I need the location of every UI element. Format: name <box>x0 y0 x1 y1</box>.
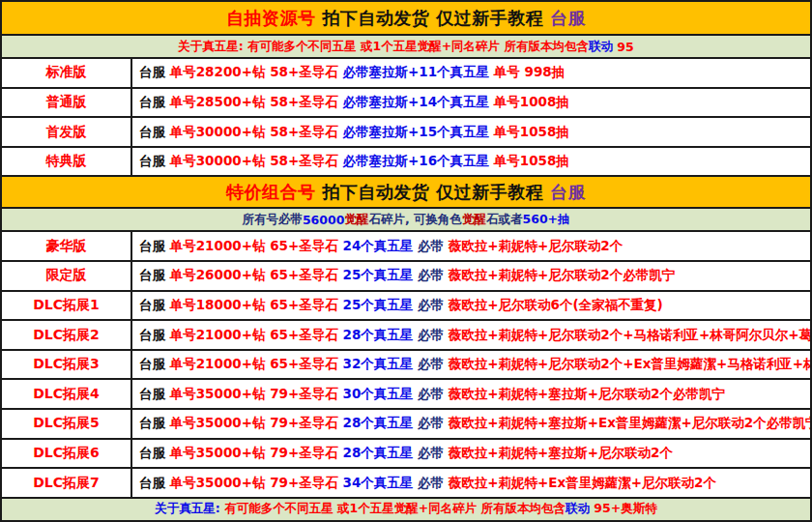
text-segment: 必带 <box>418 445 449 460</box>
text-segment: 薇欧拉+莉妮特+尼尔联动2个 <box>449 238 624 253</box>
table-row: DLC拓展6台服 单号35000+钻 79+圣导石 28个真五星 必带 薇欧拉+… <box>2 438 810 468</box>
text-segment: 必带 <box>418 327 449 342</box>
text-segment: 台服 <box>550 181 586 204</box>
text-segment: 台服 <box>139 475 170 490</box>
section2-header: 特价组合号 拍下自动发货 仅过新手教程 台服 <box>2 175 810 207</box>
text-segment: 25个真五星 <box>342 267 418 282</box>
table-row: DLC拓展7台服 单号35000+钻 79+圣导石 34个真五星 必带 薇欧拉+… <box>2 467 810 497</box>
table-row: 限定版台服 单号26000+钻 65+圣导石 25个真五星 必带 薇欧拉+莉妮特… <box>2 260 810 290</box>
table-row: 特典版台服 单号30000+钻 58+圣导石 必带塞拉斯+16个真五星 单号10… <box>2 146 810 176</box>
text-segment: 25个真五星 <box>342 297 418 312</box>
text-segment: 单号35000+钻 79+圣导石 <box>170 445 343 460</box>
text-segment: 薇欧拉+尼尔联动6个(全家福不重复) <box>449 297 663 312</box>
text-segment: 必带 <box>418 415 449 430</box>
row-label-text: 限定版 <box>46 267 87 284</box>
section2-notice: 所有号必带56000觉醒石碎片, 可换角色觉醒石或者560+抽 <box>2 207 810 230</box>
text-segment: 34个真五星 <box>342 475 418 490</box>
row-label-text: 特典版 <box>46 153 87 170</box>
text-segment: 必带 <box>418 238 449 253</box>
text-segment: 薇欧拉+莉妮特+尼尔联动2个+马格诺利亚+林哥阿尔贝尔+葛萝莉雅 <box>449 327 810 342</box>
text-segment: 必带 <box>418 356 449 371</box>
text-segment: 28个真五星 <box>342 445 418 460</box>
table-row: DLC拓展5台服 单号35000+钻 79+圣导石 28个真五星 必带 薇欧拉+… <box>2 408 810 438</box>
text-segment: 台服 <box>139 94 170 109</box>
row-label: DLC拓展4 <box>2 380 132 408</box>
text-segment: 单号35000+钻 79+圣导石 <box>170 415 343 430</box>
row-content: 台服 单号35000+钻 79+圣导石 28个真五星 必带 薇欧拉+莉妮特+塞拉… <box>132 445 810 462</box>
footer-notice: 关于真五星: 有可能多个不同五星 或1个五星觉醒+同名碎片 所有版本均包含联动 … <box>2 497 810 520</box>
text-segment: 必带 <box>418 297 449 312</box>
table-row: 首发版台服 单号30000+钻 58+圣导石 必带塞拉斯+15个真五星 单号10… <box>2 116 810 146</box>
text-segment: 必带塞拉斯+16个真五星 <box>342 153 493 168</box>
row-label: 特典版 <box>2 148 132 176</box>
row-content: 台服 单号30000+钻 58+圣导石 必带塞拉斯+15个真五星 单号1058抽 <box>132 124 810 141</box>
text-segment: 28个真五星 <box>342 415 418 430</box>
row-label-text: DLC拓展3 <box>33 356 100 373</box>
text-segment: 必带塞拉斯+15个真五星 <box>342 124 493 139</box>
text-segment: 单号1058抽 <box>494 124 569 139</box>
text-segment: 必带 <box>418 267 449 282</box>
text-segment: 单号30000+钻 58+圣导石 <box>170 124 343 139</box>
text-segment: 台服 <box>139 386 170 401</box>
text-segment: 台服 <box>139 356 170 371</box>
text-segment: 石碎片, 可换角色 <box>368 212 462 228</box>
text-segment: 石或者 <box>486 212 523 228</box>
text-segment: 薇欧拉+莉妮特+塞拉斯+Ex普里姆蘿潔+尼尔联动2个必带凯宁 <box>449 415 810 430</box>
text-segment: 觉醒 <box>462 212 486 228</box>
text-segment: 台服 <box>139 64 170 79</box>
row-label: DLC拓展1 <box>2 292 132 320</box>
text-segment: 95+奥斯特 <box>590 501 657 517</box>
text-segment: 单号21000+钻 65+圣导石 <box>170 238 343 253</box>
row-content: 台服 单号28500+钻 58+圣导石 必带塞拉斯+14个真五星 单号1008抽 <box>132 94 810 111</box>
table-row: 普通版台服 单号28500+钻 58+圣导石 必带塞拉斯+14个真五星 单号10… <box>2 87 810 117</box>
text-segment: 单号1008抽 <box>494 94 569 109</box>
section1-header: 自抽资源号 拍下自动发货 仅过新手教程 台服 <box>2 2 810 34</box>
text-segment: 台服 <box>139 153 170 168</box>
text-segment: 单号21000+钻 65+圣导石 <box>170 356 343 371</box>
section1-notice: 关于真五星: 有可能多个不同五星 或1个五星觉醒+同名碎片 所有版本均包含联动 … <box>2 34 810 57</box>
text-segment: 必带塞拉斯+11个真五星 <box>342 64 493 79</box>
text-segment: 32个真五星 <box>342 356 418 371</box>
text-segment: 95 <box>613 40 634 54</box>
text-segment: 560+抽 <box>523 212 570 228</box>
text-segment: 台服 <box>550 7 586 30</box>
text-segment: 关于真五星: <box>155 501 224 517</box>
row-content: 台服 单号21000+钻 65+圣导石 24个真五星 必带 薇欧拉+莉妮特+尼尔… <box>132 238 810 255</box>
text-segment: 关于真五星: 有可能多个不同五星 或1个五星觉醒+同名碎片 所有版本均包含 <box>178 39 589 55</box>
row-label-text: 普通版 <box>46 94 87 111</box>
text-segment: 台服 <box>139 267 170 282</box>
row-label: DLC拓展3 <box>2 351 132 379</box>
text-segment: 单号18000+钻 65+圣导石 <box>170 297 343 312</box>
text-segment: 台服 <box>139 327 170 342</box>
row-content: 台服 单号30000+钻 58+圣导石 必带塞拉斯+16个真五星 单号1058抽 <box>132 153 810 170</box>
row-label: 标准版 <box>2 59 132 87</box>
text-segment: 薇欧拉+莉妮特+塞拉斯+尼尔联动2个 <box>449 445 673 460</box>
row-content: 台服 单号35000+钻 79+圣导石 28个真五星 必带 薇欧拉+莉妮特+塞拉… <box>132 415 810 432</box>
price-sheet: 自抽资源号 拍下自动发货 仅过新手教程 台服关于真五星: 有可能多个不同五星 或… <box>0 0 812 522</box>
row-label-text: DLC拓展6 <box>33 445 100 462</box>
text-segment: 台服 <box>139 415 170 430</box>
text-segment: 台服 <box>139 297 170 312</box>
text-segment: 觉醒 <box>344 212 368 228</box>
text-segment: 单号28500+钻 58+圣导石 <box>170 94 343 109</box>
row-content: 台服 单号35000+钻 79+圣导石 34个真五星 必带 薇欧拉+莉妮特+Ex… <box>132 475 810 492</box>
row-label: 普通版 <box>2 89 132 117</box>
row-label: DLC拓展6 <box>2 440 132 468</box>
text-segment: 台服 <box>139 124 170 139</box>
row-label: 限定版 <box>2 262 132 290</box>
row-content: 台服 单号28200+钻 58+圣导石 必带塞拉斯+11个真五星 单号 998抽 <box>132 64 810 81</box>
row-label-text: 首发版 <box>46 124 87 141</box>
text-segment: 单号1058抽 <box>494 153 569 168</box>
row-content: 台服 单号21000+钻 65+圣导石 32个真五星 必带 薇欧拉+莉妮特+尼尔… <box>132 356 810 373</box>
row-content: 台服 单号21000+钻 65+圣导石 28个真五星 必带 薇欧拉+莉妮特+尼尔… <box>132 327 810 344</box>
text-segment: 台服 <box>139 238 170 253</box>
row-label-text: DLC拓展1 <box>33 297 100 314</box>
row-label: DLC拓展2 <box>2 321 132 349</box>
table-row: 标准版台服 单号28200+钻 58+圣导石 必带塞拉斯+11个真五星 单号 9… <box>2 57 810 87</box>
text-segment: 必带塞拉斯+14个真五星 <box>342 94 493 109</box>
text-segment: 56000 <box>303 213 345 227</box>
row-label-text: 标准版 <box>46 64 87 81</box>
text-segment: 单号35000+钻 79+圣导石 <box>170 475 343 490</box>
row-label-text: DLC拓展2 <box>33 327 100 344</box>
text-segment: 薇欧拉+莉妮特+塞拉斯+尼尔联动2个必带凯宁 <box>449 386 725 401</box>
